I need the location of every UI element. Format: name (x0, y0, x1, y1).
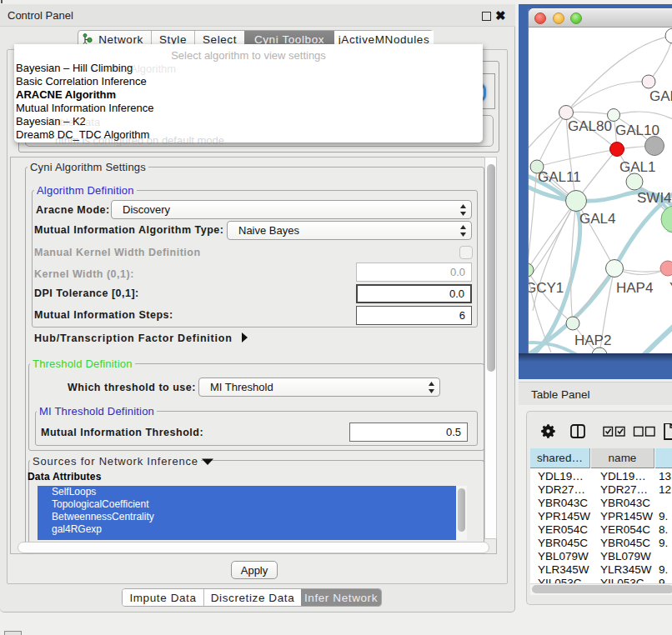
svg-text:GCY1: GCY1 (529, 280, 564, 296)
svg-text:GAL10: GAL10 (615, 122, 659, 138)
svg-text:HAP2: HAP2 (574, 332, 611, 348)
svg-text:GAL4: GAL4 (579, 211, 615, 227)
svg-text:GAL7: GAL7 (649, 88, 672, 104)
svg-text:HAP4: HAP4 (616, 280, 653, 296)
svg-text:GAL11: GAL11 (538, 169, 581, 185)
svg-text:GAL1: GAL1 (619, 159, 655, 175)
svg-text:SWI4: SWI4 (637, 190, 672, 206)
svg-text:GAL80: GAL80 (568, 118, 612, 134)
